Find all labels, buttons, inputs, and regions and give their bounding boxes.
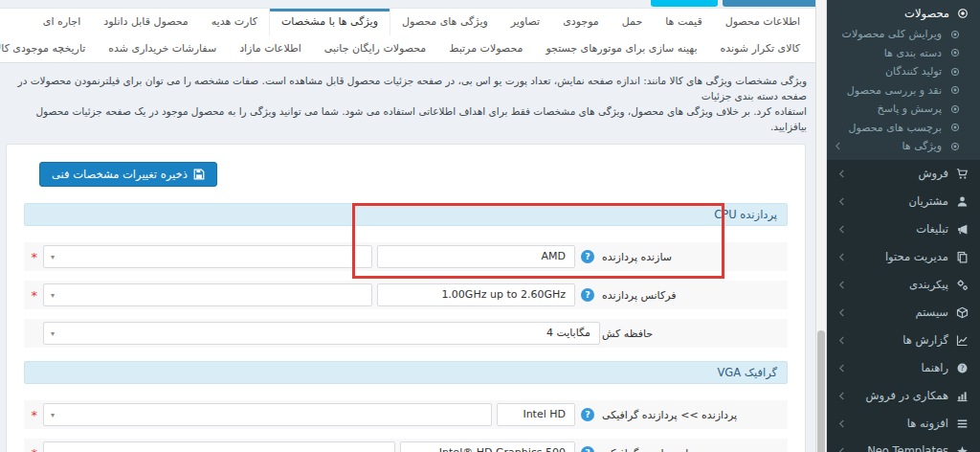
sidebar-item-label: دسته بندی ها xyxy=(884,47,942,59)
sidebar-item-questions-answers[interactable]: پرسش و پاسخ xyxy=(827,100,980,119)
vertical-scrollbar[interactable] xyxy=(815,0,827,452)
sidebar-item-categories[interactable]: دسته بندی ها xyxy=(827,44,980,63)
sidebar-item-label: ویرایش کلی محصولات xyxy=(842,28,942,40)
sidebar-item-content-management[interactable]: مدیریت محتوا xyxy=(827,243,980,271)
sidebar-item-sales[interactable]: فروش xyxy=(827,160,980,188)
tab-product-info[interactable]: اطلاعات محصول xyxy=(714,9,812,35)
sidebar-item-label: افزونه ها xyxy=(907,417,948,430)
sidebar-item-customers[interactable]: مشتریان xyxy=(827,188,980,215)
spec-label: سازنده پردازنده xyxy=(600,251,784,263)
spec-label: فرکانس پردازنده xyxy=(600,289,784,302)
sidebar-item-label: گزارش ها xyxy=(902,333,948,347)
sidebar-item-label: راهنما xyxy=(922,361,948,374)
star-icon xyxy=(956,445,969,452)
section-cpu-title: پردازنده CPU xyxy=(24,203,788,226)
line-chart-icon xyxy=(956,334,969,347)
save-button-label: ذخیره تغییرات مشخصات فنی xyxy=(52,168,188,181)
required-asterisk: * xyxy=(30,250,37,264)
sidebar-item-label: تولید کنندگان xyxy=(885,65,942,78)
spec-select[interactable]: ▾ xyxy=(43,441,395,452)
svg-text:?: ? xyxy=(960,364,964,373)
tab-rental[interactable]: اجاره ای xyxy=(32,9,92,35)
spec-value-field[interactable]: Intel HD xyxy=(497,403,575,426)
chevron-left-icon xyxy=(838,392,845,400)
sidebar-item-label: Neo Templates xyxy=(867,444,948,452)
help-icon[interactable]: ? xyxy=(581,250,594,263)
chevron-down-icon: ▾ xyxy=(51,291,55,300)
tab-shipping[interactable]: حمل xyxy=(611,9,655,35)
dot-circle-icon xyxy=(948,65,961,78)
tab-pictures[interactable]: تصاویر xyxy=(500,9,551,35)
section-vga: گرافیک VGA پردازنده >> پردازنده گرافیکی … xyxy=(24,361,788,452)
sidebar-item-promotions[interactable]: تبلیغات xyxy=(827,215,980,243)
chevron-left-icon xyxy=(838,419,845,428)
save-spec-changes-button[interactable]: ذخیره تغییرات مشخصات فنی xyxy=(39,162,217,187)
sidebar-item-bulk-edit[interactable]: ویرایش کلی محصولات xyxy=(827,25,980,44)
spec-value-field[interactable]: Intel® HD Graphics 500 xyxy=(400,441,575,452)
description-line-2: استفاده کرد. بر خلاف ویژگی های محصول، وی… xyxy=(13,103,807,134)
sidebar-item-system[interactable]: سیستم xyxy=(827,299,980,327)
sidebar-item-help[interactable]: ? راهنما xyxy=(827,354,980,382)
sidebar-item-plugins[interactable]: افزونه ها xyxy=(827,410,980,438)
tab-purchased-orders[interactable]: سفارشات خریداری شده xyxy=(97,35,228,62)
gears-icon xyxy=(956,279,969,291)
tabs-row-1: اطلاعات محصول قیمت ها حمل موجودی تصاویر … xyxy=(0,9,815,35)
spec-value-field[interactable]: 1.00GHz up to 2.60GHz xyxy=(377,283,575,306)
product-edit-tabs: اطلاعات محصول قیمت ها حمل موجودی تصاویر … xyxy=(0,8,815,63)
sidebar-item-attributes[interactable]: ویژگی ها xyxy=(827,137,980,156)
sidebar-item-neo-templates[interactable]: Neo Templates xyxy=(827,438,980,452)
tab-related-products[interactable]: محصولات مرتبط xyxy=(437,35,534,62)
spec-row-cpu-frequency: فرکانس پردازنده ? 1.00GHz up to 2.60GHz … xyxy=(24,281,788,309)
sidebar-item-label: مدیریت محتوا xyxy=(885,250,948,263)
spec-select[interactable]: 4 مگابایت ▾ xyxy=(43,322,600,345)
spec-label: حافظه کش xyxy=(600,328,784,340)
page-description: ویژگی مشخصات ویژگی های کالا مانند: انداز… xyxy=(0,63,815,134)
spec-value-field[interactable]: AMD xyxy=(377,245,575,268)
help-icon[interactable]: ? xyxy=(581,446,594,452)
chevron-left-icon xyxy=(838,364,845,373)
sidebar-item-configuration[interactable]: پیکربندی xyxy=(827,271,980,299)
tab-seo[interactable]: بهینه سازی برای موتورهای جستجو xyxy=(534,35,708,62)
help-icon[interactable]: ? xyxy=(581,288,594,302)
chevron-left-icon xyxy=(838,308,845,317)
spec-select[interactable]: ▾ xyxy=(43,403,492,426)
section-cpu: پردازنده CPU سازنده پردازنده ? AMD ▾ * ف… xyxy=(24,203,788,348)
tab-gift-card[interactable]: کارت هدیه xyxy=(200,9,269,35)
tab-prices[interactable]: قیمت ها xyxy=(654,9,713,35)
sidebar-item-product-tags[interactable]: برچسب های محصول xyxy=(827,119,980,138)
tab-specification-attributes[interactable]: ویژگی ها با مشخصات xyxy=(269,9,390,35)
tab-inventory[interactable]: موجودی xyxy=(551,9,611,35)
sidebar-item-reports[interactable]: گزارش ها xyxy=(827,327,980,354)
chevron-down-icon: ▾ xyxy=(51,253,55,261)
tab-product-attributes[interactable]: ویژگی های محصول xyxy=(390,9,500,35)
spec-select[interactable]: ▾ xyxy=(43,245,372,268)
sidebar-item-label: نقد و بررسی محصول xyxy=(847,84,942,97)
panel-toolbar: ذخیره تغییرات مشخصات فنی xyxy=(24,162,788,187)
sidebar-item-label: مشتریان xyxy=(909,194,948,208)
cut-off-button-aqua[interactable] xyxy=(651,0,718,7)
sidebar-item-label: برچسب های محصول xyxy=(848,122,942,134)
required-asterisk: * xyxy=(30,446,37,452)
header-strip xyxy=(0,0,815,8)
cut-off-button-blue[interactable] xyxy=(723,0,815,7)
spec-row-gpu: پردازنده >> پردازنده گرافیکی ? Intel HD … xyxy=(24,400,788,429)
scrollbar-thumb[interactable] xyxy=(817,330,825,452)
sidebar-item-products[interactable]: محصولات xyxy=(827,2,980,25)
tab-downloadable[interactable]: محصول قابل دانلود xyxy=(92,9,199,35)
sidebar-item-product-reviews[interactable]: نقد و بررسی محصول xyxy=(827,81,980,101)
spec-select[interactable]: ▾ xyxy=(43,283,372,306)
sidebar-item-label: همکاری در فروش xyxy=(865,389,948,402)
tab-extra-info[interactable]: اطلاعات مازاد xyxy=(228,35,313,62)
spec-row-cache-memory: حافظه کش 4 مگابایت ▾ xyxy=(24,319,788,348)
tab-stock-history[interactable]: تاریخچه موجودی کالا xyxy=(0,35,97,62)
sidebar-item-manufacturers[interactable]: تولید کنندگان xyxy=(827,62,980,81)
required-asterisk: * xyxy=(30,408,37,422)
dot-circle-icon xyxy=(948,122,961,134)
help-icon[interactable]: ? xyxy=(581,408,594,421)
sidebar-item-affiliate-sales[interactable]: همکاری در فروش xyxy=(827,382,980,410)
admin-sidebar: محصولات ویرایش کلی محصولات دسته بندی ها … xyxy=(827,0,980,452)
sidebar-item-label: تبلیغات xyxy=(916,222,948,236)
chevron-left-icon xyxy=(838,281,845,289)
tab-recurring[interactable]: کالای تکرار شونده xyxy=(708,35,812,62)
tab-cross-sells[interactable]: محصولات رایگان جانبی xyxy=(313,35,437,62)
